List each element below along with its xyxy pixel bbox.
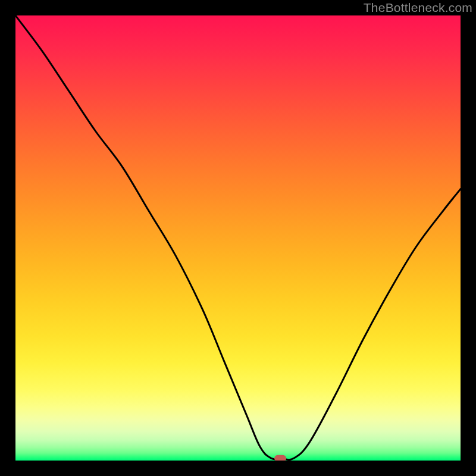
bottleneck-curve [15,15,461,461]
optimal-marker [274,455,286,461]
watermark-text: TheBottleneck.com [364,1,472,15]
